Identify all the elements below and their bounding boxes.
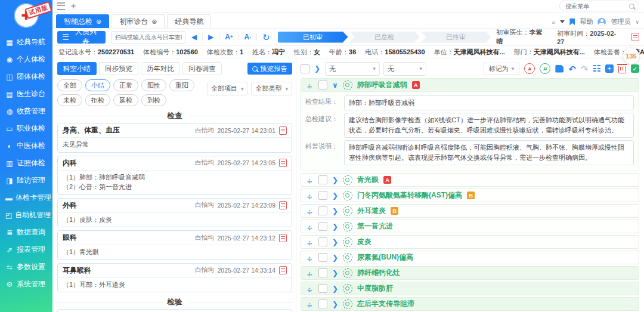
mark-as-button[interactable]: 标记为▾ [484, 63, 520, 75]
finding-checkbox[interactable] [318, 299, 327, 308]
expand-all-chevron-icon[interactable]: ❯ [314, 64, 320, 73]
finding-title[interactable]: 第一音亢进 [357, 221, 393, 231]
tab-list-icon[interactable] [560, 20, 565, 23]
finding-item[interactable]: ❯皮炎 [301, 235, 639, 249]
detail-field-value[interactable]: 肺部呼吸音减弱指听诊时呼吸音强度降低，可能因胸腔积液、气胸、肺不张、胸膜增厚或慢… [344, 140, 634, 165]
finding-checkbox[interactable] [318, 81, 327, 89]
filter-chip-正常[interactable]: 正常 [113, 79, 138, 91]
summary-card[interactable]: 身高、体重、血压白怡均2025-02-27 14:23:01未见异常 [57, 123, 292, 153]
hamburger-icon[interactable] [57, 2, 65, 10]
chevron-icon[interactable]: ❯ [332, 223, 338, 231]
tab-smart-summary[interactable]: 智能总检⊗ [56, 14, 109, 28]
finding-item[interactable]: ❯肺纤维钙化灶 [301, 266, 639, 280]
record-icon[interactable] [279, 201, 287, 209]
previous-person-icon[interactable]: ◀ [191, 33, 197, 41]
help-icon[interactable] [569, 18, 575, 26]
close-icon[interactable]: ⊗ [151, 18, 157, 26]
left-tab-问卷调查[interactable]: 问卷调查 [182, 62, 222, 75]
detail-field-value[interactable]: 建议结合胸部影像学检查（如X线或CT）进一步评估肺部结构，完善肺功能测试以明确通… [344, 113, 634, 138]
filter-select[interactable]: 全部类型▾ [251, 82, 292, 95]
finding-select-1[interactable]: 无▾ [325, 62, 380, 76]
filter-chip-延检[interactable]: 延检 [113, 94, 138, 106]
tab-classic-nav[interactable]: 经典导航 [167, 14, 211, 28]
people-list-button[interactable]: 人员列表 [57, 31, 106, 44]
summary-card[interactable]: 耳鼻喉科白怡均2025-02-27 14:33:14（1）耳部：外耳道炎 [57, 263, 292, 293]
finding-item[interactable]: ❯外耳道炎B [301, 204, 639, 218]
finding-item[interactable]: ❯尿素氮(BUN)偏高 [301, 251, 639, 264]
finding-title[interactable]: 皮炎 [357, 237, 371, 247]
filter-chip-重阳[interactable]: 重阳 [169, 79, 194, 91]
preview-report-button[interactable]: 预览报告 [247, 63, 292, 75]
chevron-icon[interactable]: ❯ [332, 176, 338, 184]
left-tab-同步预览[interactable]: 同步预览 [99, 62, 138, 75]
finding-item[interactable]: ∨肺部呼吸音减弱A检查结果：肺部：肺部呼吸音减弱总检建议：建议结合胸部影像学检查… [301, 78, 639, 171]
redo-icon[interactable]: ↷ [581, 64, 589, 73]
user-menu-chevron-icon[interactable]: ∨ [635, 19, 639, 25]
sidebar-item-followup-mgmt[interactable]: ◨随访管理 [0, 172, 52, 189]
undo-icon[interactable]: ↶ [568, 64, 576, 73]
drag-icon[interactable] [305, 269, 314, 277]
finding-item[interactable]: ❯中度脂肪肝 [301, 282, 639, 295]
filter-chip-未检[interactable]: 未检 [57, 94, 82, 106]
record-icon[interactable] [279, 159, 287, 167]
sidebar-item-fee-mgmt[interactable]: ◍收费管理 [0, 103, 52, 120]
finding-checkbox[interactable] [318, 237, 327, 246]
review-record-icon[interactable] [631, 33, 639, 41]
filter-chip-小结[interactable]: 小结 [85, 79, 110, 91]
select-all-checkbox[interactable] [301, 64, 309, 73]
sidebar-item-system-mgmt[interactable]: ⚙系统管理 [0, 276, 52, 293]
left-tab-科室小结[interactable]: 科室小结 [57, 62, 97, 75]
confirm-icon[interactable]: ✓ [631, 64, 639, 73]
compare-columns-icon[interactable] [593, 65, 601, 72]
drag-icon[interactable] [305, 254, 314, 262]
font-increase-button[interactable]: A+ [225, 33, 233, 41]
drag-icon[interactable] [305, 238, 314, 246]
next-person-icon[interactable]: ▶ [208, 33, 213, 41]
chevron-icon[interactable]: ❯ [332, 238, 338, 246]
finding-checkbox[interactable] [318, 253, 327, 262]
record-icon[interactable] [279, 234, 287, 242]
sidebar-item-tcm-exam[interactable]: ◐中医体检 [0, 137, 52, 155]
ai-recheck-icon[interactable]: A [524, 63, 535, 74]
tab-first-review[interactable]: 初审诊台⊗ [112, 14, 165, 28]
add-finding-icon[interactable]: + [605, 64, 614, 73]
sidebar-item-exam-card-mgmt[interactable]: ▬体检卡管理 [0, 189, 52, 206]
sidebar-item-kiosk-mgmt[interactable]: ◰自助机管理 [0, 206, 52, 224]
menu-search-input[interactable] [564, 2, 626, 10]
new-tab-icon[interactable]: + [71, 2, 76, 10]
close-icon[interactable]: ⊗ [96, 18, 101, 26]
finding-title[interactable]: 尿素氮(BUN)偏高 [357, 252, 413, 262]
sidebar-item-occupational-exam[interactable]: ▭职业体检 [0, 120, 52, 137]
finding-item[interactable]: ❯门冬丙氨酸氨基转移酶(AST)偏高B [301, 189, 639, 202]
finding-title[interactable]: 外耳道炎 [357, 206, 386, 216]
sidebar-item-group-exam[interactable]: ◫团体体检 [0, 68, 52, 85]
sidebar-item-personal-exam[interactable]: ◉个人体检 [0, 51, 52, 68]
record-icon[interactable] [279, 126, 287, 135]
search-icon[interactable] [629, 4, 634, 9]
finding-title[interactable]: 青光眼 [357, 175, 379, 185]
save-file-icon[interactable] [555, 65, 564, 73]
sidebar-item-doctor-station[interactable]: ▤医生诊台 [0, 85, 52, 103]
drag-icon[interactable] [305, 81, 314, 89]
finding-title[interactable]: 中度脂肪肝 [357, 283, 393, 294]
filter-chip-拒检[interactable]: 拒检 [85, 94, 110, 106]
ai-generate-icon[interactable]: AI [540, 63, 550, 74]
sidebar-item-certificate-exam[interactable]: ▥证照体检 [0, 155, 52, 172]
chevron-icon[interactable]: ❯ [332, 285, 338, 293]
delete-icon[interactable] [618, 66, 626, 73]
drag-icon[interactable] [305, 176, 314, 184]
finding-title[interactable]: 门冬丙氨酸氨基转移酶(AST)偏高 [357, 190, 462, 200]
finding-select-2[interactable]: 无▾ [383, 62, 426, 76]
drag-icon[interactable] [305, 223, 314, 231]
drag-icon[interactable] [305, 207, 314, 215]
finding-item[interactable]: ❯第一音亢进 [301, 220, 639, 233]
chevron-icon[interactable]: ∨ [332, 81, 338, 89]
chevron-icon[interactable]: ❯ [332, 191, 338, 200]
admin-label[interactable]: 管理员 [611, 17, 630, 26]
detail-field-value[interactable]: 肺部：肺部呼吸音减弱 [344, 95, 634, 110]
help-label[interactable]: 帮助 [580, 17, 593, 26]
drag-icon[interactable] [305, 191, 314, 200]
count-badge[interactable]: 135 [623, 48, 639, 64]
finding-item[interactable]: ❯左后半支传导阻滞 [301, 297, 639, 311]
chevron-icon[interactable]: ❯ [332, 254, 338, 262]
